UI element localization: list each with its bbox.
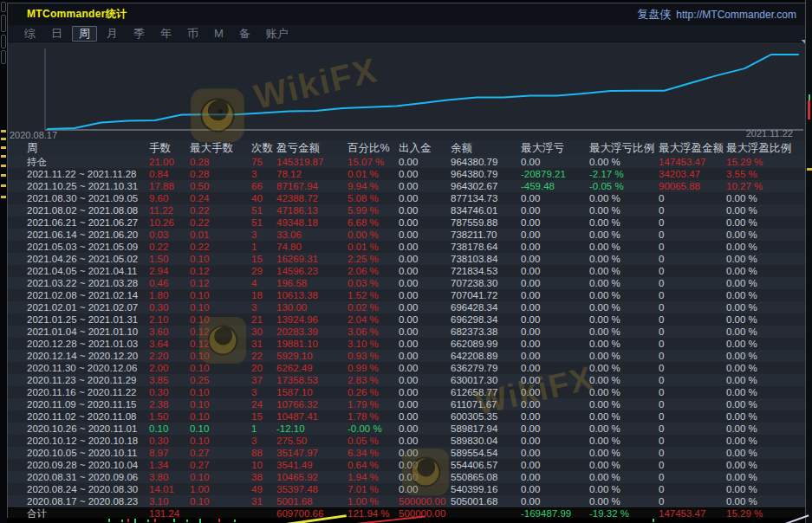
cell: 0.00 [521, 265, 589, 277]
cell: 2020.11.30 ~ 2020.12.06 [27, 362, 149, 374]
cell: 0.00 [521, 277, 589, 289]
background-window-bottom-sliver [7, 518, 805, 523]
table-row[interactable]: 2021.05.03 ~ 2021.05.090.220.22174.800.0… [8, 241, 805, 253]
cell: 0 [659, 326, 726, 338]
table-row[interactable]: 2021.06.21 ~ 2021.06.2710.260.225149348.… [8, 216, 805, 229]
cell: 0.03 % [348, 277, 399, 289]
table-row[interactable]: 2021.10.25 ~ 2021.10.3117.880.506687167.… [8, 180, 805, 192]
cell: 0.00 % [726, 447, 805, 459]
menu-item-1[interactable]: 综 [18, 27, 42, 41]
cell: 0 [659, 277, 726, 289]
menu-item-2[interactable]: 日 [45, 27, 68, 41]
cell: 0.24 [190, 192, 251, 204]
table-row[interactable]: 2021.04.05 ~ 2021.04.112.940.122914596.2… [8, 265, 805, 277]
toolbar-button-icon [1, 2, 6, 12]
table-row[interactable]: 2020.11.02 ~ 2020.11.081.500.101510487.4… [8, 410, 805, 423]
title-right: 复盘侠 http://MTCommander.com [637, 7, 796, 23]
cell: 0.22 [190, 241, 251, 253]
table-row[interactable]: 持仓21.000.2875145319.8715.07 %0.00964380.… [8, 156, 805, 168]
cell: 0.00 [399, 253, 451, 265]
background-window-left-sliver [0, 0, 7, 523]
cell: 4 [251, 277, 276, 289]
cell: 2021.01.04 ~ 2021.01.10 [27, 326, 149, 338]
toolbar-dash [1, 138, 6, 140]
equity-chart-canvas [8, 42, 806, 140]
cell: 66 [251, 180, 276, 192]
cell: 0.00 % [726, 265, 805, 277]
cell: 31 [251, 338, 276, 350]
cell: 721834.53 [451, 265, 521, 277]
table-row[interactable]: 2020.10.26 ~ 2020.11.010.100.101-12.10-0… [8, 423, 805, 435]
cell: 3 [251, 435, 276, 447]
table-row[interactable]: 2020.08.24 ~ 2020.08.3014.011.004935397.… [8, 483, 805, 495]
cell: 31 [251, 495, 276, 507]
table-row[interactable]: 2021.02.08 ~ 2021.02.141.800.101810613.3… [8, 289, 805, 301]
table-row[interactable]: 2020.12.14 ~ 2020.12.202.200.10225929.10… [8, 350, 805, 362]
table-row[interactable]: 2021.11.22 ~ 2021.11.280.840.28378.120.0… [8, 168, 805, 180]
table-row[interactable]: 2020.10.05 ~ 2020.10.118.970.278835147.9… [8, 447, 805, 459]
menu-item-6[interactable]: 年 [154, 27, 178, 41]
menu-item-5[interactable]: 季 [127, 27, 151, 41]
menu-item-4[interactable]: 月 [101, 27, 124, 41]
cell: 0.00 % [726, 483, 805, 495]
cell: 0 [659, 435, 726, 447]
cell: 0.00 % [726, 326, 805, 338]
cell: 0.00 [521, 386, 589, 398]
cell: 3.10 [149, 495, 190, 507]
cell: 0.00 % [589, 471, 659, 483]
table-row[interactable]: 2021.08.02 ~ 2021.08.0811.220.225147186.… [8, 204, 805, 216]
menu-item-9[interactable]: 备 [233, 27, 257, 41]
cell: 2021.04.05 ~ 2021.04.11 [27, 265, 149, 277]
table-row[interactable]: 2020.08.17 ~ 2020.08.233.100.10315001.68… [8, 495, 805, 507]
cell: 0.00 % [589, 289, 659, 301]
cell: 35397.48 [276, 483, 348, 495]
table-row[interactable]: 2021.01.04 ~ 2021.01.103.600.123020283.3… [8, 326, 805, 338]
cell: 0 [659, 483, 726, 495]
table-row[interactable]: 2021.08.30 ~ 2021.09.059.600.244042388.7… [8, 192, 805, 204]
menu-bar: 综日周月季年币M备账户 [8, 25, 805, 42]
column-header: 最大浮盈金额 [659, 141, 726, 156]
table-row[interactable]: 2020.11.23 ~ 2020.11.293.850.253717358.5… [8, 374, 805, 386]
cell: 0 [659, 495, 726, 507]
cell: 0.00 [399, 156, 451, 168]
toolbar-dash [1, 165, 6, 167]
cell: 8.97 [149, 447, 190, 459]
menu-item-8[interactable]: M [208, 27, 230, 41]
table-row[interactable]: 2021.01.25 ~ 2021.01.312.100.102113924.9… [8, 313, 805, 326]
table-row[interactable]: 2020.11.09 ~ 2020.11.152.380.102410766.3… [8, 398, 805, 410]
table-row[interactable]: 2020.08.31 ~ 2020.09.063.800.103810465.9… [8, 471, 805, 483]
cell: -20879.21 [521, 168, 589, 180]
cell: 0.00 [399, 313, 451, 326]
brand-url-link[interactable]: http://MTCommander.com [676, 9, 796, 21]
cell: 0.00 [399, 204, 451, 216]
cell: 1.79 % [348, 398, 399, 410]
table-row[interactable]: 2021.04.26 ~ 2021.05.021.500.101516269.3… [8, 253, 805, 265]
cell: 30 [251, 326, 276, 338]
table-row[interactable]: 2021.06.14 ~ 2021.06.200.030.01333.060.0… [8, 229, 805, 241]
cell: 0.12 [190, 277, 251, 289]
table-row[interactable]: 2020.09.28 ~ 2020.10.041.340.27103541.49… [8, 459, 805, 471]
menu-item-7[interactable]: 币 [181, 27, 205, 41]
menu-item-3[interactable]: 周 [72, 26, 97, 42]
cell: 0 [659, 362, 726, 374]
menu-item-10[interactable]: 账户 [260, 27, 295, 41]
table-row[interactable]: 2021.03.22 ~ 2021.03.280.460.124196.580.… [8, 277, 805, 289]
table-row[interactable]: 2020.10.12 ~ 2020.10.180.300.103275.500.… [8, 435, 805, 447]
candle-tick [173, 519, 175, 522]
table-row[interactable]: 2020.12.28 ~ 2021.01.033.640.123119881.1… [8, 338, 805, 350]
table-row[interactable]: 2021.02.01 ~ 2021.02.070.300.103130.000.… [8, 301, 805, 313]
cell: 0.10 [190, 350, 251, 362]
stats-window: MTCommander统计 复盘侠 http://MTCommander.com… [7, 3, 805, 518]
cell: 0.46 [149, 277, 190, 289]
table-row[interactable]: 2020.11.16 ~ 2020.11.220.300.1031587.100… [8, 386, 805, 398]
cell: 636279.79 [451, 362, 521, 374]
cell: 9.60 [149, 192, 190, 204]
candle-tick [127, 519, 129, 522]
cell: 2021.08.30 ~ 2021.09.05 [27, 192, 149, 204]
cell: 0.00 [521, 447, 589, 459]
cell: 0.00 [399, 192, 451, 204]
cell: 0.00 % [726, 192, 805, 204]
cell: 10613.38 [276, 289, 348, 301]
table-row[interactable]: 2020.11.30 ~ 2020.12.062.000.10206262.49… [8, 362, 805, 374]
cell: 2.38 [149, 398, 190, 410]
